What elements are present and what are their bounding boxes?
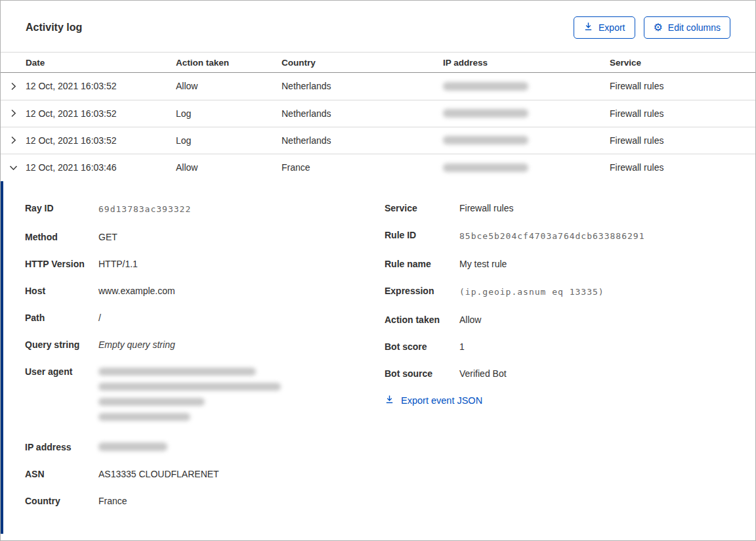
detail-field-service: Service Firewall rules [385,201,736,216]
detail-field-http-version: HTTP Version HTTP/1.1 [25,257,385,272]
cell-service: Firewall rules [610,108,755,119]
detail-field-host: Host www.example.com [25,284,385,299]
export-event-json-link[interactable]: Export event JSON [385,395,482,406]
export-button-label: Export [598,22,625,33]
cell-country: Netherlands [282,108,443,119]
redacted-ip-address [98,440,167,455]
cell-country: Netherlands [282,81,443,91]
page-title: Activity log [26,22,82,33]
table-row-expanded[interactable]: 12 Oct, 2021 16:03:46 Allow France Firew… [1,154,755,181]
cell-action-taken: Allow [176,81,282,91]
edit-columns-button[interactable]: ⚙ Edit columns [644,16,731,39]
cell-service: Firewall rules [610,81,755,91]
detail-field-action-taken: Action taken Allow [385,313,736,328]
detail-field-rule-name: Rule name My test rule [385,257,736,272]
cell-date: 12 Oct, 2021 16:03:52 [26,81,176,91]
export-button[interactable]: Export [574,16,635,39]
download-icon [385,395,394,406]
chevron-right-icon[interactable] [1,81,26,91]
detail-field-country: Country France [25,494,385,509]
cell-ip-address-redacted [443,163,610,172]
cell-ip-address-redacted [443,109,610,118]
detail-field-asn: ASN AS13335 CLOUDFLARENET [25,467,385,482]
topbar: Activity log Export ⚙ Edit columns [1,1,755,52]
cell-date: 12 Oct, 2021 16:03:52 [26,108,176,119]
event-detail-panel: Ray ID 69d13783ac393322 Method GET HTTP … [1,181,755,534]
detail-field-user-agent: User agent [25,364,385,428]
detail-field-rule-id: Rule ID 85bce5b204cf4703a764dcb633886291 [385,228,736,245]
cell-action-taken: Log [176,135,282,146]
table-header: Date Action taken Country IP address Ser… [1,52,755,73]
detail-field-bot-source: Bot source Verified Bot [385,366,736,381]
chevron-right-icon[interactable] [1,135,26,145]
cell-action-taken: Log [176,108,282,119]
detail-right-column: Service Firewall rules Rule ID 85bce5b20… [385,201,736,521]
cell-country: France [282,162,443,173]
detail-left-column: Ray ID 69d13783ac393322 Method GET HTTP … [25,201,385,521]
chevron-right-icon[interactable] [1,108,26,118]
column-header-action-taken: Action taken [176,58,282,68]
cell-date: 12 Oct, 2021 16:03:46 [26,162,176,173]
detail-field-path: Path / [25,311,385,326]
table-row[interactable]: 12 Oct, 2021 16:03:52 Log Netherlands Fi… [1,127,755,154]
detail-field-ray-id: Ray ID 69d13783ac393322 [25,201,385,218]
column-header-ip-address: IP address [443,58,610,68]
chevron-down-icon[interactable] [1,163,26,173]
column-header-service: Service [610,58,755,68]
table-row[interactable]: 12 Oct, 2021 16:03:52 Log Netherlands Fi… [1,100,755,127]
detail-field-bot-score: Bot score 1 [385,339,736,355]
cell-date: 12 Oct, 2021 16:03:52 [26,135,176,146]
cell-action-taken: Allow [176,162,282,173]
table-row[interactable]: 12 Oct, 2021 16:03:52 Allow Netherlands … [1,73,755,100]
column-header-country: Country [282,58,443,68]
detail-field-method: Method GET [25,230,385,245]
gear-icon: ⚙ [654,22,663,33]
redacted-user-agent [98,364,281,428]
cell-service: Firewall rules [610,135,755,146]
cell-ip-address-redacted [443,136,610,144]
detail-field-query-string: Query string Empty query string [25,337,385,353]
detail-field-expression: Expression (ip.geoip.asnum eq 13335) [385,284,736,301]
cell-service: Firewall rules [610,162,755,173]
download-icon [583,22,593,33]
edit-columns-button-label: Edit columns [668,22,721,33]
cell-ip-address-redacted [443,82,610,91]
column-header-date: Date [26,58,176,68]
export-event-json-label: Export event JSON [401,395,482,406]
toolbar: Export ⚙ Edit columns [574,16,730,39]
cell-country: Netherlands [282,135,443,146]
detail-field-ip-address: IP address [25,440,385,455]
activity-log-panel: Activity log Export ⚙ Edit columns Date … [0,0,756,541]
